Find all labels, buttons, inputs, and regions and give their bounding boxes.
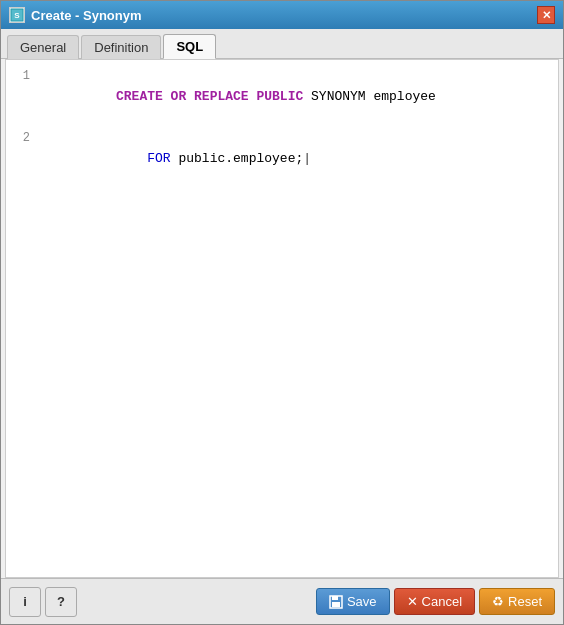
code-content-1: CREATE OR REPLACE PUBLIC SYNONYM employe…	[38, 66, 436, 128]
reset-icon: ♻	[492, 594, 504, 609]
code-value-for: public.employee;	[178, 151, 311, 166]
svg-text:S: S	[14, 11, 20, 20]
tabs-bar: General Definition SQL	[1, 29, 563, 59]
title-bar: S Create - Synonym ✕	[1, 1, 563, 29]
main-window: S Create - Synonym ✕ General Definition …	[0, 0, 564, 625]
save-label: Save	[347, 594, 377, 609]
footer: i ? Save ✕ Cancel ♻ Reset	[1, 578, 563, 624]
save-button[interactable]: Save	[316, 588, 390, 615]
save-icon	[329, 595, 343, 609]
line-number-2: 2	[10, 129, 30, 148]
cancel-label: Cancel	[422, 594, 462, 609]
reset-button[interactable]: ♻ Reset	[479, 588, 555, 615]
info-button[interactable]: i	[9, 587, 41, 617]
reset-label: Reset	[508, 594, 542, 609]
sql-editor[interactable]: 1 CREATE OR REPLACE PUBLIC SYNONYM emplo…	[6, 60, 558, 577]
svg-rect-4	[332, 602, 340, 607]
keyword-create: CREATE OR REPLACE PUBLIC	[116, 89, 303, 104]
code-line-2: 2 FOR public.employee;	[6, 128, 558, 190]
line-number-1: 1	[10, 67, 30, 86]
footer-left: i ?	[9, 587, 77, 617]
close-button[interactable]: ✕	[537, 6, 555, 24]
code-content-2: FOR public.employee;	[38, 128, 311, 190]
footer-right: Save ✕ Cancel ♻ Reset	[316, 588, 555, 615]
svg-rect-3	[332, 596, 338, 600]
code-line-1: 1 CREATE OR REPLACE PUBLIC SYNONYM emplo…	[6, 66, 558, 128]
content-area: 1 CREATE OR REPLACE PUBLIC SYNONYM emplo…	[5, 59, 559, 578]
tab-general[interactable]: General	[7, 35, 79, 59]
title-bar-left: S Create - Synonym	[9, 7, 142, 23]
tab-definition[interactable]: Definition	[81, 35, 161, 59]
keyword-synonym: SYNONYM employee	[303, 89, 436, 104]
synonym-icon: S	[9, 7, 25, 23]
tab-sql[interactable]: SQL	[163, 34, 216, 59]
cancel-icon: ✕	[407, 594, 418, 609]
keyword-for: FOR	[116, 151, 178, 166]
window-title: Create - Synonym	[31, 8, 142, 23]
cancel-button[interactable]: ✕ Cancel	[394, 588, 475, 615]
help-button[interactable]: ?	[45, 587, 77, 617]
